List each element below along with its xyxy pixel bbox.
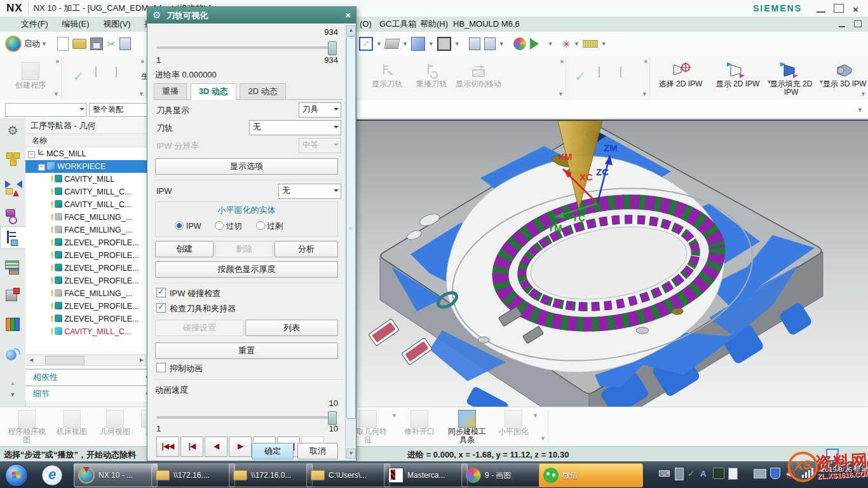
select-2d-ipw-label[interactable]: 选择 2D IPW [653,80,708,88]
tab-3d-dynamic[interactable]: 3D 动态 [191,83,236,100]
taskbar-item-paint[interactable]: 9 - 画图 [461,463,545,487]
machine-tool-navigator-icon[interactable] [5,287,20,302]
open-file-icon[interactable] [72,39,86,49]
play-backward-button[interactable]: ◀ [205,437,227,457]
library-books-icon[interactable] [5,316,20,332]
geometry-view[interactable]: 几何视图 [97,410,133,436]
dependencies-panel[interactable]: 相依性▼ [25,369,155,385]
tree-row-operation[interactable]: !ZLEVEL_PROFILE... [25,300,147,313]
program-order-view[interactable]: 程序顺序视图 [5,410,48,444]
confirm-check-icon[interactable]: ✓ [574,69,586,85]
machine-sim-icon[interactable] [620,67,621,78]
tab-2d-dynamic[interactable]: 2D 动态 [240,83,285,99]
taskbar-item-nx[interactable]: NX 10 - ... [74,463,158,487]
tool-display-combo[interactable]: 刀具 [299,102,341,118]
scroll-up-icon[interactable]: ▲ [346,25,356,36]
tree-row-mcs-mill[interactable]: −MCS_MILL [25,147,147,160]
speed-slider-knob[interactable] [328,411,337,425]
internet-help-icon[interactable] [5,347,20,362]
tree-row-operation[interactable]: !ZLEVEL_PROFILE... [25,313,147,325]
shaded-view-icon[interactable] [411,37,425,51]
scroll-down-icon[interactable]: ▼ [346,449,356,459]
rail-scroll-down-icon[interactable]: ▼ [5,391,20,407]
constraint-navigator-icon[interactable] [5,179,20,194]
replay-toolpath-icon[interactable] [423,62,440,79]
navigator-column-header[interactable]: 名称 [25,134,147,147]
clipboard-tray-icon[interactable] [728,468,738,480]
motion-slider[interactable] [156,46,337,49]
list-output-icon[interactable] [599,67,600,78]
selection-filter-combo[interactable] [5,103,86,117]
background-icon[interactable] [437,37,451,51]
show-filled-2d-ipw-label[interactable]: 显示填充 2D IPW [765,80,817,97]
graphics-window[interactable]: XM XC ZM ZC YC YM [353,119,868,408]
analyze-button[interactable]: 分析 [275,241,338,257]
radio-ipw[interactable]: IPW [175,222,201,231]
show-2d-ipw-icon[interactable] [726,61,745,79]
details-panel[interactable]: 细节▼ [25,385,155,402]
save-icon[interactable] [90,37,103,50]
tree-row-operation[interactable]: !CAVITY_MILL [25,173,147,186]
taskbar-item-wechat[interactable]: 微信 [539,463,643,487]
facet-body-button[interactable]: 小平面化 [494,410,532,436]
radio-excess[interactable]: 过剩 [256,222,283,231]
synchronous-modeling-button[interactable]: 同步建模工具条 [445,410,489,444]
dialog-title-bar[interactable]: ⚙ 刀轨可视化 × [147,7,356,24]
machine-tool-view[interactable]: 机床视图 [53,410,90,436]
doc-minimize-button[interactable] [839,20,845,27]
show-toolpath-icon[interactable] [379,62,395,79]
taskbar-item-mastercam[interactable]: Masterca... [384,463,468,487]
suppress-animation-check[interactable]: 抑制动画 [156,363,203,374]
create-button[interactable]: 创建 [155,241,214,257]
show-filled-2d-ipw-icon[interactable] [779,61,798,79]
nvidia-tray-icon[interactable] [713,468,724,479]
autodesk-tray-icon[interactable]: A [700,469,706,478]
menu-edit[interactable]: 编辑(E) [56,17,95,32]
internet-explorer-icon[interactable]: e [42,465,62,485]
cut-icon[interactable]: ✂ [107,37,116,51]
taskbar-item-users-folder[interactable]: C:\Users\... [306,463,390,487]
ruler-icon[interactable] [583,40,598,48]
cancel-button[interactable]: 取消 [297,443,338,459]
motion-slider-knob[interactable] [328,41,337,55]
scroll-right-icon[interactable]: ▶ [140,357,144,363]
menu-file[interactable]: 文件(F) [15,17,54,32]
expander-icon[interactable]: − [38,164,45,171]
window-cascade-icon[interactable] [484,37,496,50]
tab-replay[interactable]: 重播 [154,83,187,99]
create-program-icon[interactable] [22,62,39,80]
toolpath-combo[interactable]: 无 [249,120,341,135]
radio-gouge[interactable]: 过切 [215,222,242,231]
start-menu-icon[interactable] [5,36,22,52]
tree-row-operation[interactable]: !CAVITY_MILL_C... [25,186,147,198]
display-tray-icon[interactable] [754,469,766,478]
keyboard-tray-icon[interactable]: ⌨ [658,469,670,478]
dialog-close-icon[interactable]: × [345,10,351,20]
machine-view-icon[interactable] [5,259,20,274]
reset-button[interactable]: 重置 [155,342,338,359]
replay-toolpath-label[interactable]: 重播刀轨 [409,80,454,88]
navigator-hscrollbar[interactable]: ◀ ▶ [27,355,146,366]
tree-row-workpiece[interactable]: −WORKPIECE [25,160,147,173]
scroll-left-icon[interactable]: ◀ [29,357,33,363]
roles-gear-icon[interactable]: ⚙ [5,123,20,139]
ipw-collision-check[interactable]: IPW 碰撞检查 [156,288,220,299]
check-tool-holder[interactable]: 检查刀具和夹持器 [156,303,236,315]
display-options-button[interactable]: 显示选项 [155,158,338,175]
new-file-icon[interactable] [57,37,69,51]
show-toolpath-label[interactable]: 显示刀轨 [365,80,409,88]
restore-button[interactable] [834,4,844,13]
show-cut-moves-icon[interactable] [470,62,487,79]
assembly-navigator-icon[interactable] [5,151,20,166]
start-button[interactable] [5,464,28,487]
window-layout-icon[interactable] [469,37,480,50]
ok-button[interactable]: 确定 [252,443,294,459]
dialog-scrollbar[interactable]: ▲ ≡ ▼ [345,25,355,459]
step-back-button[interactable]: |◀ [180,437,203,457]
render-style-icon[interactable] [530,38,545,50]
show-3d-ipw-label[interactable]: 显示 3D IPW [822,80,867,88]
speed-slider[interactable] [156,416,337,419]
show-cut-moves-label[interactable]: 显示切削移动 [452,80,505,88]
tree-row-operation[interactable]: !FACE_MILLING_... [25,211,147,224]
palette-icon[interactable] [513,37,526,50]
